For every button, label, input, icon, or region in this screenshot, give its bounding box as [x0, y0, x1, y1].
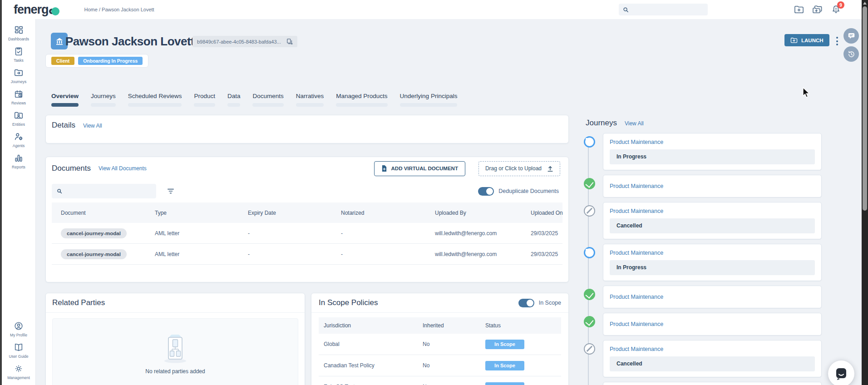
search-icon — [56, 188, 63, 194]
deduplicate-label: Deduplicate Documents — [498, 188, 559, 194]
sidebar-item-management[interactable]: Management — [2, 364, 35, 380]
journey-status-completed-icon — [584, 316, 595, 327]
book-icon — [14, 342, 24, 352]
policy-row[interactable]: Global No In Scope — [319, 334, 561, 355]
scrollbar-thumb[interactable] — [863, 6, 867, 211]
sidebar-item-reports[interactable]: Reports — [2, 153, 35, 169]
journey-card[interactable]: Product Maintenance — [603, 175, 822, 197]
launch-folder-plus-icon — [790, 37, 798, 44]
new-case-button[interactable] — [794, 5, 804, 14]
tab-scheduled-reviews[interactable]: Scheduled Reviews — [128, 93, 182, 107]
document-name-chip[interactable]: cancel-journey-modal — [61, 249, 127, 259]
journey-card[interactable]: Product Maintenance — [603, 313, 822, 336]
policies-table-header: Jurisdiction Inherited Status — [319, 317, 561, 334]
comments-button[interactable] — [843, 28, 859, 44]
entity-type-badge: Client — [51, 57, 74, 65]
top-bar: fenerg Home / Pawson Jackson Lovett 9 — [2, 0, 862, 19]
logo-teal-dot — [51, 7, 59, 15]
agents-person-gear-icon — [14, 132, 24, 142]
journeys-view-all-link[interactable]: View All — [625, 120, 644, 127]
entities-folder-icon — [14, 110, 24, 120]
client-id-chip[interactable]: b9849c67-abee-4c05-8483-bafda43... — [192, 36, 297, 47]
related-parties-title: Related Parties — [52, 298, 105, 307]
sidebar-item-dashboards[interactable]: Dashboards — [2, 25, 35, 41]
deduplicate-toggle[interactable] — [478, 187, 494, 196]
more-options-button[interactable] — [833, 36, 841, 46]
tab-product[interactable]: Product — [194, 93, 215, 107]
status-badge: Onboarding In Progress — [78, 57, 143, 65]
sidebar-item-agents[interactable]: Agents — [2, 132, 35, 148]
history-clock-icon — [847, 50, 856, 59]
sidebar-item-my-profile[interactable]: My Profile — [2, 321, 35, 337]
tab-managed-products[interactable]: Managed Products — [336, 93, 387, 107]
sidebar-item-entities[interactable]: Entities — [2, 110, 35, 127]
journey-card[interactable]: Product Maintenance In Progress — [603, 244, 822, 281]
dashboards-grid-icon — [14, 25, 24, 35]
tab-underlying-principals[interactable]: Underlying Principals — [400, 93, 458, 107]
details-title: Details — [52, 121, 75, 130]
policy-row[interactable]: Eoin SS Test No In Scope — [319, 376, 561, 385]
journey-status-cancelled-icon — [584, 343, 595, 355]
journey-card[interactable]: Product Maintenance — [603, 286, 822, 308]
documents-view-all-link[interactable]: View All Documents — [99, 165, 147, 172]
related-parties-empty-text: No related parties added — [145, 368, 205, 375]
client-name: Pawson Jackson Lovett — [65, 35, 194, 49]
chat-widget-icon — [834, 367, 848, 380]
breadcrumb[interactable]: Home / Pawson Jackson Lovett — [84, 7, 154, 12]
in-scope-policies-card: In Scope Policies In Scope Jurisdiction … — [311, 293, 569, 385]
filter-icon[interactable] — [167, 188, 174, 194]
comment-bubble-icon — [848, 32, 855, 39]
journey-status-cancelled-icon — [584, 205, 595, 217]
in-scope-toggle-label: In Scope — [539, 300, 561, 306]
policies-title: In Scope Policies — [319, 298, 518, 307]
global-search[interactable] — [619, 4, 708, 15]
reviews-calendar-icon — [14, 89, 24, 99]
details-view-all-link[interactable]: View All — [83, 123, 102, 129]
page-scrollbar[interactable] — [862, 0, 868, 385]
journey-card[interactable]: Product Maintenance — [603, 382, 822, 385]
client-badges: Client Onboarding In Progress — [45, 54, 148, 68]
copy-icon[interactable] — [286, 38, 293, 45]
documents-search-input[interactable] — [66, 188, 153, 194]
folder-plus-icon — [794, 5, 804, 14]
profile-circle-icon — [14, 321, 24, 331]
journey-status-in-progress-icon — [584, 136, 595, 148]
sidebar-item-reviews[interactable]: Reviews — [2, 89, 35, 105]
document-name-chip[interactable]: cancel-journey-modal — [61, 228, 127, 238]
chat-launcher-button[interactable] — [828, 360, 854, 385]
tab-narratives[interactable]: Narratives — [296, 93, 324, 107]
scrollbar-up-arrow-icon[interactable] — [863, 2, 867, 5]
add-virtual-document-button[interactable]: ADD VIRTUAL DOCUMENT — [374, 161, 465, 176]
notification-count-badge: 9 — [837, 1, 844, 9]
sidebar-item-journeys[interactable]: Journeys — [2, 68, 35, 84]
history-button[interactable] — [843, 46, 859, 62]
tab-journeys[interactable]: Journeys — [91, 93, 116, 107]
document-plus-icon — [381, 165, 387, 172]
in-scope-toggle[interactable] — [518, 299, 534, 307]
notifications-button[interactable]: 9 — [831, 5, 841, 15]
in-scope-status-badge: In Scope — [485, 340, 524, 349]
launch-button[interactable]: LAUNCH — [784, 34, 829, 46]
tab-documents[interactable]: Documents — [252, 93, 283, 107]
tab-overview[interactable]: Overview — [51, 93, 79, 107]
tab-data[interactable]: Data — [227, 93, 241, 107]
journey-card[interactable]: Product Maintenance Cancelled — [603, 202, 822, 239]
in-scope-status-badge: In Scope — [485, 382, 524, 385]
drag-upload-button[interactable]: Drag or Click to Upload — [478, 161, 560, 176]
journeys-folder-icon — [14, 68, 24, 78]
gear-icon — [14, 364, 24, 374]
table-row[interactable]: cancel-journey-modal AML letter - - will… — [52, 223, 562, 244]
journey-status-label: In Progress — [610, 260, 815, 275]
journey-card[interactable]: Product Maintenance In Progress — [603, 133, 822, 170]
policy-row[interactable]: Canadian Test Policy No In Scope — [319, 355, 561, 376]
journey-card[interactable]: Product Maintenance Cancelled — [603, 340, 822, 377]
table-row[interactable]: cancel-journey-modal AML letter - - will… — [52, 244, 562, 265]
bulk-create-button[interactable] — [812, 5, 823, 14]
sidebar-item-tasks[interactable]: Tasks — [2, 46, 35, 63]
documents-title: Documents — [52, 164, 91, 173]
documents-search[interactable] — [52, 184, 156, 198]
documents-table-header: Document Type Expiry Date Notarized Uplo… — [52, 202, 562, 223]
search-input[interactable] — [632, 7, 700, 12]
sidebar-item-user-guide[interactable]: User Guide — [2, 342, 35, 359]
fenergo-logo[interactable]: fenerg — [14, 3, 59, 17]
